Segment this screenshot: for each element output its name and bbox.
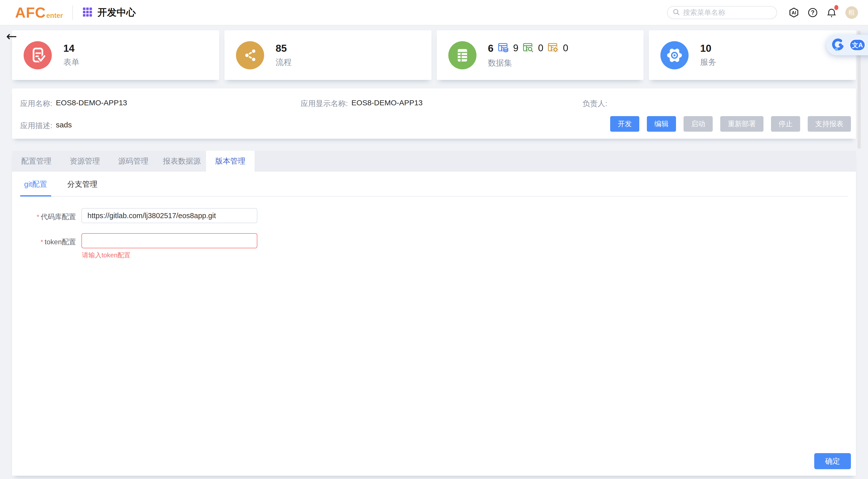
ai-assistant-button[interactable]: AI <box>788 7 799 18</box>
notification-badge <box>834 5 838 10</box>
table-icon <box>448 41 476 69</box>
search-input[interactable] <box>683 8 772 17</box>
services-count: 10 <box>700 43 716 54</box>
flows-label: 流程 <box>276 57 292 68</box>
menu-search[interactable] <box>667 6 777 19</box>
table-gear-icon <box>547 42 559 55</box>
stat-card-datasets[interactable]: 6 <box>437 30 644 80</box>
translate-icon[interactable]: 文A <box>849 39 866 51</box>
gear-icon <box>660 41 688 69</box>
datasets-count: 6 <box>488 43 494 54</box>
main-panel: 配置管理 资源管理 源码管理 报表数据源 版本管理 git配置 分支管理 *代码… <box>12 151 856 476</box>
app-action-buttons: 开发 编辑 启动 重新部署 停止 支持报表 <box>610 116 851 132</box>
table-database-icon <box>498 42 509 55</box>
redeploy-button[interactable]: 重新部署 <box>720 116 764 132</box>
svg-text:AI: AI <box>792 10 796 15</box>
form-check-icon <box>24 41 52 69</box>
help-icon[interactable]: ? <box>808 7 818 18</box>
required-asterisk: * <box>37 213 39 221</box>
app-info-panel: 应用名称: EOS8-DEMO-APP13 应用显示名称: EOS8-DEMO-… <box>12 88 856 139</box>
back-button[interactable]: ← <box>6 30 17 43</box>
git-config-form: *代码库配置 *token配置 请输入token配置 <box>20 208 856 260</box>
version-subtabs: git配置 分支管理 <box>20 172 848 197</box>
app-description-label: 应用描述: <box>20 121 52 131</box>
forms-label: 表单 <box>63 57 80 68</box>
search-icon <box>673 8 680 17</box>
stat-card-flows[interactable]: 85 流程 <box>224 30 432 80</box>
tab-config-management[interactable]: 配置管理 <box>12 151 61 172</box>
main-tabs: 配置管理 资源管理 源码管理 报表数据源 版本管理 <box>12 151 856 172</box>
stat-card-services[interactable]: 10 服务 <box>649 30 856 80</box>
flows-count: 85 <box>276 43 292 54</box>
stop-button[interactable]: 停止 <box>771 116 800 132</box>
logo-main-text: AFC <box>15 5 46 20</box>
assistant-swirl-icon[interactable] <box>830 37 845 53</box>
page-title: 开发中心 <box>97 6 136 19</box>
repo-url-input[interactable] <box>82 208 257 223</box>
owner-field: 负责人: <box>583 98 611 109</box>
browser-extension-widget: 文A <box>826 35 868 55</box>
notifications-bell-icon[interactable] <box>826 7 837 18</box>
app-description-field: 应用描述: sads <box>20 121 72 131</box>
token-config-label: *token配置 <box>20 233 76 247</box>
app-name-label: 应用名称: <box>20 98 52 109</box>
develop-button[interactable]: 开发 <box>610 116 639 132</box>
datasets-sub-count-1: 9 <box>513 43 519 54</box>
app-header: AFC enter 开发中心 AI <box>0 0 868 25</box>
app-display-name-field: 应用显示名称: EOS8-DEMO-APP13 <box>301 98 423 109</box>
owner-label: 负责人: <box>583 98 607 109</box>
tab-resource-management[interactable]: 资源管理 <box>61 151 109 172</box>
app-name-value: EOS8-DEMO-APP13 <box>56 98 127 109</box>
tab-report-datasource[interactable]: 报表数据源 <box>158 151 206 172</box>
required-asterisk: * <box>40 238 43 246</box>
header-divider <box>72 5 73 20</box>
avatar[interactable]: 租 <box>845 6 858 19</box>
stat-cards-row: 14 表单 85 流程 <box>12 30 856 80</box>
confirm-button[interactable]: 确定 <box>814 453 851 469</box>
subtab-git-config[interactable]: git配置 <box>20 179 51 196</box>
share-icon <box>236 41 264 69</box>
avatar-text: 租 <box>848 8 855 17</box>
app-name-field: 应用名称: EOS8-DEMO-APP13 <box>20 98 127 109</box>
datasets-sub-count-2: 0 <box>538 43 543 54</box>
token-error-message: 请输入token配置 <box>82 251 257 260</box>
app-display-name-label: 应用显示名称: <box>301 98 348 109</box>
forms-count: 14 <box>63 43 80 54</box>
svg-text:?: ? <box>811 9 814 16</box>
stat-card-forms[interactable]: 14 表单 <box>12 30 219 80</box>
tab-version-management[interactable]: 版本管理 <box>206 151 254 172</box>
tab-source-management[interactable]: 源码管理 <box>109 151 158 172</box>
report-support-button[interactable]: 支持报表 <box>808 116 851 132</box>
translate-label: 文A <box>852 41 863 49</box>
logo-sub-text: enter <box>46 12 63 19</box>
grid-icon <box>83 7 92 18</box>
start-button[interactable]: 启动 <box>684 116 713 132</box>
table-search-icon <box>523 42 534 55</box>
subtab-branch-management[interactable]: 分支管理 <box>63 179 101 196</box>
token-input[interactable] <box>82 233 257 248</box>
edit-button[interactable]: 编辑 <box>647 116 676 132</box>
datasets-sub-count-3: 0 <box>563 43 568 54</box>
repo-config-label: *代码库配置 <box>20 208 76 222</box>
services-label: 服务 <box>700 57 716 68</box>
app-display-name-value: EOS8-DEMO-APP13 <box>351 98 423 109</box>
app-description-value: sads <box>56 121 72 131</box>
repo-config-row: *代码库配置 <box>20 208 856 223</box>
afcenter-logo[interactable]: AFC enter <box>15 5 63 20</box>
datasets-label: 数据集 <box>488 58 568 69</box>
app-switcher[interactable]: 开发中心 <box>83 6 136 19</box>
token-config-row: *token配置 请输入token配置 <box>20 233 856 260</box>
